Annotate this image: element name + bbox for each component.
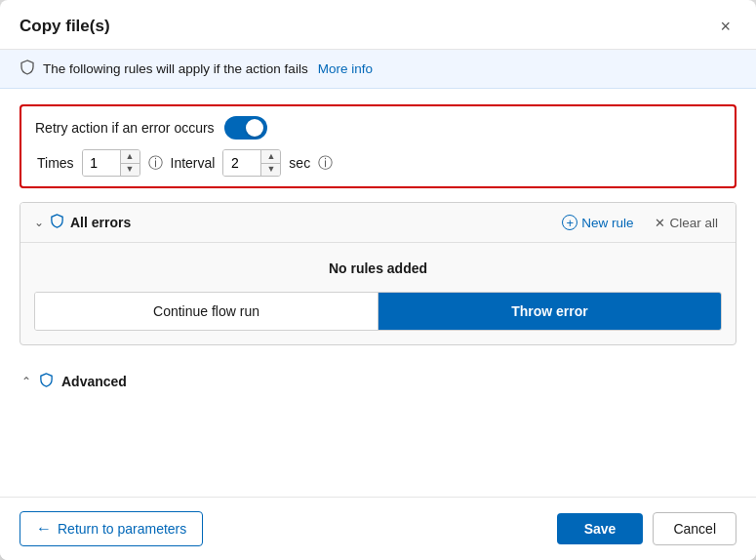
dialog: Copy file(s) × The following rules will … — [0, 0, 756, 560]
times-spinner: ▲ ▼ — [120, 150, 139, 176]
retry-section: Retry action if an error occurs Times ▲ … — [20, 104, 736, 188]
close-button[interactable]: × — [714, 16, 736, 37]
interval-info-icon: ⓘ — [318, 154, 333, 173]
new-rule-label: New rule — [581, 216, 633, 230]
times-row: Times ▲ ▼ ⓘ Interval ▲ ▼ s — [35, 149, 721, 177]
return-to-parameters-button[interactable]: ← Return to parameters — [20, 511, 203, 546]
interval-up-button[interactable]: ▲ — [261, 150, 280, 164]
save-button[interactable]: Save — [557, 513, 644, 544]
dialog-title: Copy file(s) — [20, 17, 110, 36]
continue-flow-run-button[interactable]: Continue flow run — [35, 293, 378, 330]
retry-row: Retry action if an error occurs — [35, 116, 721, 140]
more-info-link[interactable]: More info — [318, 61, 373, 76]
errors-header-left: ⌄ All errors — [34, 214, 131, 231]
interval-input-wrap: ▲ ▼ — [222, 149, 281, 177]
footer-right: Save Cancel — [557, 512, 736, 545]
errors-header-right: + New rule ✕ Clear all — [558, 213, 722, 232]
advanced-title: Advanced — [61, 374, 127, 389]
retry-label: Retry action if an error occurs — [35, 120, 215, 136]
errors-header: ⌄ All errors + New rule ✕ Cl — [20, 203, 736, 243]
return-label: Return to parameters — [58, 521, 186, 537]
errors-body: No rules added Continue flow run Throw e… — [20, 243, 736, 344]
interval-spinner: ▲ ▼ — [260, 150, 280, 176]
times-info-icon: ⓘ — [148, 154, 163, 173]
cancel-button[interactable]: Cancel — [653, 512, 736, 545]
new-rule-plus-icon: + — [562, 215, 577, 230]
interval-label: Interval — [171, 155, 216, 171]
times-label: Times — [37, 155, 74, 171]
times-down-button[interactable]: ▼ — [121, 164, 139, 177]
errors-shield-icon — [50, 214, 64, 231]
new-rule-button[interactable]: + New rule — [558, 213, 637, 232]
advanced-header[interactable]: ⌃ Advanced — [20, 369, 736, 394]
throw-error-button[interactable]: Throw error — [378, 293, 721, 330]
clear-all-x-icon: ✕ — [655, 216, 665, 230]
info-banner: The following rules will apply if the ac… — [0, 50, 756, 89]
info-banner-text: The following rules will apply if the ac… — [43, 61, 308, 76]
return-arrow-icon: ← — [36, 520, 52, 538]
sec-label: sec — [289, 155, 310, 171]
chevron-down-icon[interactable]: ⌄ — [34, 216, 44, 229]
clear-all-label: Clear all — [669, 216, 718, 230]
times-input-wrap: ▲ ▼ — [82, 149, 140, 177]
errors-title: All errors — [70, 215, 131, 230]
action-buttons: Continue flow run Throw error — [34, 292, 722, 331]
interval-down-button[interactable]: ▼ — [261, 164, 280, 177]
advanced-shield-icon — [39, 373, 54, 390]
advanced-section: ⌃ Advanced — [20, 359, 736, 404]
errors-section: ⌄ All errors + New rule ✕ Cl — [20, 202, 736, 345]
retry-toggle[interactable] — [224, 116, 267, 140]
dialog-footer: ← Return to parameters Save Cancel — [0, 497, 756, 560]
times-input[interactable] — [83, 150, 120, 176]
no-rules-text: No rules added — [34, 260, 722, 276]
dialog-header: Copy file(s) × — [0, 0, 756, 50]
dialog-body: Retry action if an error occurs Times ▲ … — [0, 89, 756, 497]
shield-icon — [20, 60, 35, 78]
interval-input[interactable] — [223, 150, 260, 176]
advanced-chevron-icon: ⌃ — [21, 375, 31, 388]
clear-all-button[interactable]: ✕ Clear all — [651, 214, 722, 232]
times-up-button[interactable]: ▲ — [121, 150, 139, 164]
